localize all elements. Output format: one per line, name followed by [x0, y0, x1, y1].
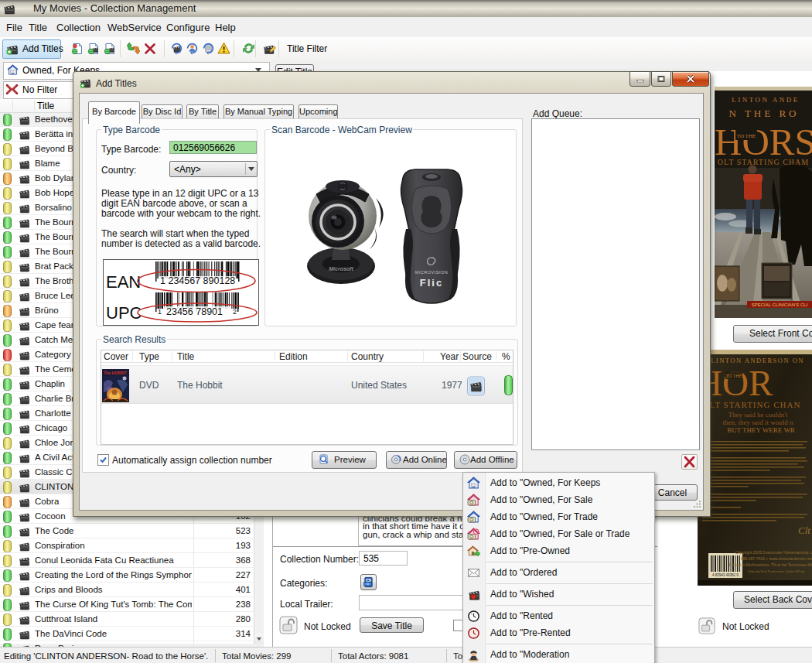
svg-text:Copyright 2005 Downunder Horse: Copyright 2005 Downunder Horsemanship, L… — [735, 550, 812, 555]
svg-text:N THE RO: N THE RO — [729, 108, 800, 119]
svg-text:Flic: Flic — [420, 277, 443, 289]
svg-text:4 83943 49382 9: 4 83943 49382 9 — [712, 573, 739, 577]
svg-text:SPECIAL CLINICIAN'S CLI: SPECIAL CLINICIAN'S CLI — [752, 302, 808, 307]
svg-text:Clt: Clt — [798, 525, 810, 536]
svg-text:Microsoft: Microsoft — [329, 266, 353, 272]
svg-text:OLT STARTING CHAN: OLT STARTING CHAN — [703, 400, 801, 409]
svg-text:BUT THEY WERE WR: BUT THEY WERE WR — [727, 426, 795, 434]
svg-text:Filmed in Murfreesboro, TN at: Filmed in Murfreesboro, TN at the Tennes… — [729, 562, 812, 567]
svg-text:LINTON ANDE: LINTON ANDE — [732, 96, 800, 104]
svg-text:UPC: UPC — [106, 303, 142, 323]
svg-text:TO THE: TO THE — [726, 374, 742, 378]
svg-text:23456 78901: 23456 78901 — [166, 306, 223, 317]
svg-text:HORS: HORS — [715, 121, 812, 163]
svg-text:Video by Real Productions, Und: Video by Real Productions, Under 8 Prod. — [748, 569, 805, 573]
svg-text:They said he couldn't: They said he couldn't — [728, 411, 788, 419]
svg-text:1: 1 — [158, 308, 162, 316]
svg-text:2: 2 — [233, 308, 237, 316]
svg-text:TO THE: TO THE — [737, 133, 756, 139]
svg-text:then, they said it would n: then, they said it would n — [723, 419, 793, 426]
svg-text:888-287-7432 + www.clintonande: 888-287-7432 + www.clintonanderson.net — [741, 556, 812, 561]
svg-text:1 234567 890128: 1 234567 890128 — [160, 275, 235, 286]
svg-text:EAN: EAN — [106, 272, 141, 292]
svg-text:MICROVISION: MICROVISION — [415, 270, 448, 275]
svg-text:The HOBBIT: The HOBBIT — [104, 371, 126, 375]
